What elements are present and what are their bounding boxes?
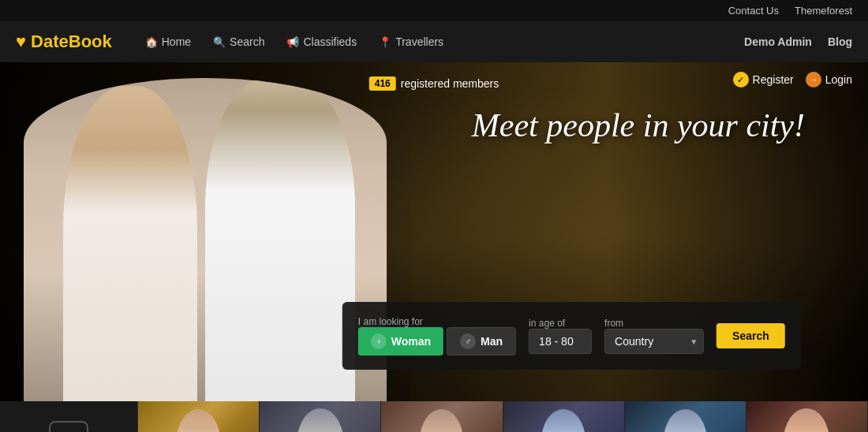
members-text: registered members	[401, 77, 499, 90]
thumbnail-bg	[138, 401, 259, 432]
nav-right: Demo Admin Blog	[744, 35, 852, 48]
gender-buttons: ♀ Woman ♂ Man	[358, 327, 516, 356]
members-badge: 416 registered members	[369, 76, 499, 91]
search-button[interactable]: Search	[716, 323, 785, 348]
person-silhouette	[177, 409, 220, 432]
blog-link[interactable]: Blog	[828, 35, 852, 48]
classifieds-icon: 📢	[286, 36, 299, 48]
list-item[interactable]: 💬0 📷0	[746, 401, 868, 432]
thumbnail-bg	[746, 401, 867, 432]
thumbnail-bg	[381, 401, 502, 432]
search-panel: I am looking for ♀ Woman ♂ Man in age of…	[342, 302, 801, 370]
add-icon: ⊞	[49, 421, 88, 432]
nav-search[interactable]: 🔍 Search	[204, 31, 274, 53]
home-icon: 🏠	[145, 36, 158, 48]
list-item[interactable]: 💬2 📷0	[625, 401, 746, 432]
demo-admin-link[interactable]: Demo Admin	[744, 35, 812, 48]
thumbnails-strip: ⊞ 💬1 📷0 💬0 📷0 💬0 📷1 �	[0, 401, 868, 432]
person-silhouette	[664, 409, 707, 432]
nav-travellers[interactable]: 📍 Travellers	[369, 31, 453, 53]
person-silhouette	[784, 408, 829, 432]
list-item[interactable]: 💬0 📷0	[260, 401, 381, 432]
hero-section: 416 registered members ✓ Register → Logi…	[0, 62, 868, 401]
from-group: from Country United States United Kingdo…	[604, 318, 704, 354]
search-action: Search	[716, 323, 785, 349]
nav-classifieds[interactable]: 📢 Classifieds	[277, 31, 366, 53]
age-group: in age of	[529, 318, 592, 354]
nav-home[interactable]: 🏠 Home	[136, 31, 200, 53]
themeforest-link[interactable]: Themeforest	[795, 5, 852, 17]
list-item[interactable]: 💬1 📷0	[138, 401, 260, 432]
register-icon: ✓	[733, 72, 749, 88]
country-wrapper: Country United States United Kingdom Can…	[604, 329, 704, 354]
thumbnail-bg	[625, 401, 746, 432]
add-photo-button[interactable]: ⊞	[0, 401, 138, 432]
auth-buttons: ✓ Register → Login	[733, 72, 852, 88]
woman-figure	[63, 86, 197, 401]
navbar: ♥ DateBook 🏠 Home 🔍 Search 📢 Classifieds…	[0, 21, 868, 62]
woman-icon: ♀	[371, 333, 387, 349]
list-item[interactable]: 💬0 📷0	[503, 401, 625, 432]
nav-links: 🏠 Home 🔍 Search 📢 Classifieds 📍 Travelle…	[136, 31, 744, 53]
members-count: 416	[369, 76, 396, 91]
logo-heart-icon: ♥	[16, 32, 26, 52]
login-button[interactable]: → Login	[806, 72, 852, 88]
man-button[interactable]: ♂ Man	[447, 327, 516, 356]
thumbnail-bg	[260, 401, 380, 432]
age-input[interactable]	[529, 329, 592, 354]
person-silhouette	[297, 408, 343, 432]
search-icon: 🔍	[213, 36, 226, 48]
login-icon: →	[806, 72, 821, 88]
travellers-icon: 📍	[379, 36, 391, 48]
country-select[interactable]: Country United States United Kingdom Can…	[604, 329, 704, 354]
man-figure	[205, 78, 355, 401]
top-bar: Contact Us Themeforest	[0, 0, 868, 21]
couple-silhouette	[24, 78, 387, 401]
person-silhouette	[420, 409, 463, 432]
logo-text: DateBook	[31, 32, 112, 52]
logo[interactable]: ♥ DateBook	[16, 32, 112, 52]
man-icon: ♂	[460, 333, 476, 349]
person-silhouette	[541, 409, 586, 433]
woman-button[interactable]: ♀ Woman	[358, 327, 443, 356]
list-item[interactable]: 💬0 📷1	[381, 401, 503, 432]
register-button[interactable]: ✓ Register	[733, 72, 794, 88]
contact-us-link[interactable]: Contact Us	[728, 5, 779, 17]
thumbnail-bg	[503, 401, 624, 432]
hero-headline: Meet people in your city!	[472, 106, 805, 145]
looking-for-label: I am looking for ♀ Woman ♂ Man	[358, 316, 516, 356]
